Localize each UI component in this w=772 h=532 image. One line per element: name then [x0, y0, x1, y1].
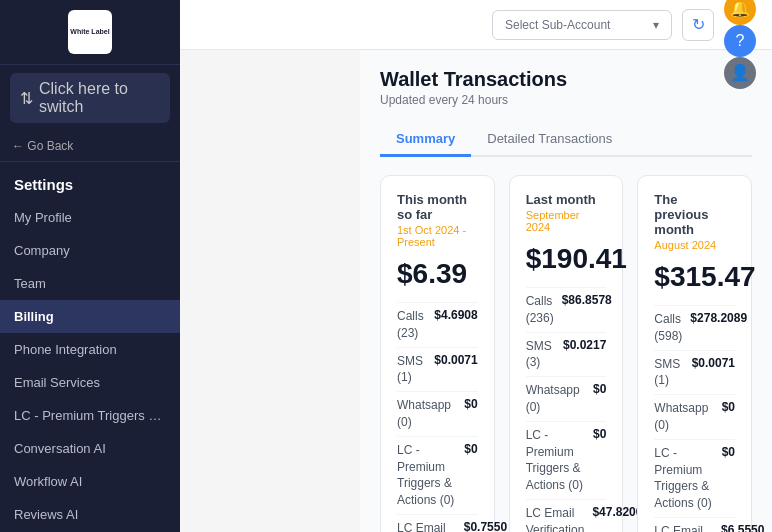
card-last-month: Last monthSeptember 2024$190.41Calls (23…	[509, 175, 624, 532]
line-item: Calls (236)$86.8578	[526, 287, 607, 332]
period-sub-last-month: September 2024	[526, 209, 607, 233]
bell-icon[interactable]: 🔔	[724, 0, 756, 25]
line-item: Whatsapp (0)$0	[654, 394, 735, 439]
card-amount-this-month: $6.39	[397, 258, 478, 290]
line-value: $47.8200	[592, 505, 642, 519]
line-label: SMS (1)	[397, 353, 426, 387]
line-value: $0	[722, 445, 735, 459]
card-amount-previous-month: $315.47	[654, 261, 735, 293]
line-item: LC Email Verification (19128)$47.8200	[526, 499, 607, 532]
line-item: SMS (3)$0.0217	[526, 332, 607, 377]
topbar: Select Sub-Account ▾ ↻ 📣🔔?👤	[360, 0, 772, 50]
period-label-previous-month: The previous month	[654, 192, 735, 237]
sidebar-item-phone-integration[interactable]: Phone Integration	[0, 333, 180, 366]
line-label: Whatsapp (0)	[654, 400, 713, 434]
line-value: $0.7550	[464, 520, 507, 532]
line-label: LC - Premium Triggers & Actions (0)	[397, 442, 456, 509]
line-value: $0.0071	[434, 353, 477, 367]
line-label: SMS (1)	[654, 356, 683, 390]
line-item: LC - Premium Triggers & Actions (0)$0	[654, 439, 735, 517]
line-item: LC - Premium Triggers & Actions (0)$0	[397, 436, 478, 514]
line-value: $0.0217	[563, 338, 606, 352]
header-area: Wallet Transactions Updated every 24 hou…	[380, 68, 752, 107]
line-label: Whatsapp (0)	[397, 397, 456, 431]
line-label: Calls (236)	[526, 293, 554, 327]
logo-text: White Label	[70, 28, 109, 36]
go-back-button[interactable]: ← Go Back	[0, 131, 180, 162]
line-label: LC - Premium Triggers & Actions (0)	[654, 445, 713, 512]
line-value: $0	[464, 397, 477, 411]
line-value: $0	[464, 442, 477, 456]
card-previous-month: The previous monthAugust 2024$315.47Call…	[637, 175, 752, 532]
sub-account-placeholder: Select Sub-Account	[505, 18, 610, 32]
line-item: LC Email Verification (2622)$6.5550	[654, 517, 735, 532]
line-value: $0	[722, 400, 735, 414]
nav-items: My ProfileCompanyTeamBillingPhone Integr…	[0, 201, 180, 532]
line-item: Whatsapp (0)$0	[397, 391, 478, 436]
line-value: $6.5550	[721, 523, 764, 532]
sidebar: White Label ⇅ Click here to switch ← Go …	[0, 0, 180, 532]
line-item: Calls (598)$278.2089	[654, 305, 735, 350]
line-item: LC - Premium Triggers & Actions (0)$0	[526, 421, 607, 499]
refresh-icon: ↻	[692, 15, 705, 34]
refresh-button[interactable]: ↻	[682, 9, 714, 41]
sidebar-item-reviews-ai[interactable]: Reviews AI	[0, 498, 180, 531]
main-content: Select Sub-Account ▾ ↻ 📣🔔?👤 Wallet Trans…	[360, 0, 772, 532]
sub-account-select[interactable]: Select Sub-Account ▾	[492, 10, 672, 40]
sidebar-item-my-profile[interactable]: My Profile	[0, 201, 180, 234]
line-label: Whatsapp (0)	[526, 382, 585, 416]
sidebar-item-billing[interactable]: Billing	[0, 300, 180, 333]
line-value: $0	[593, 427, 606, 441]
chevron-down-icon: ▾	[653, 18, 659, 32]
card-this-month: This month so far1st Oct 2024 - Present$…	[380, 175, 495, 532]
switch-account-button[interactable]: ⇅ Click here to switch	[10, 73, 170, 123]
line-value: $0.0071	[692, 356, 735, 370]
line-item: SMS (1)$0.0071	[397, 347, 478, 392]
line-value: $86.8578	[562, 293, 612, 307]
line-label: SMS (3)	[526, 338, 555, 372]
period-sub-this-month: 1st Oct 2024 - Present	[397, 224, 478, 248]
settings-section-label: Settings	[0, 162, 180, 201]
sidebar-item-team[interactable]: Team	[0, 267, 180, 300]
page-title: Wallet Transactions	[380, 68, 752, 91]
line-item: SMS (1)$0.0071	[654, 350, 735, 395]
tab-summary[interactable]: Summary	[380, 123, 471, 157]
tab-bar: SummaryDetailed Transactions	[380, 123, 752, 157]
line-item: Whatsapp (0)$0	[526, 376, 607, 421]
main-inner: Wallet Transactions Updated every 24 hou…	[360, 50, 772, 532]
sidebar-item-conversation-ai[interactable]: Conversation AI	[0, 432, 180, 465]
card-amount-last-month: $190.41	[526, 243, 607, 275]
line-label: LC Email Verification (19128)	[526, 505, 585, 532]
period-label-last-month: Last month	[526, 192, 607, 207]
sidebar-item-workflow-ai[interactable]: Workflow AI	[0, 465, 180, 498]
line-item: Calls (23)$4.6908	[397, 302, 478, 347]
line-label: LC - Premium Triggers & Actions (0)	[526, 427, 585, 494]
page-subtitle: Updated every 24 hours	[380, 93, 752, 107]
line-value: $0	[593, 382, 606, 396]
line-label: Calls (23)	[397, 308, 426, 342]
switch-label: Click here to switch	[39, 80, 160, 116]
period-label-this-month: This month so far	[397, 192, 478, 222]
sidebar-item-lc-premium[interactable]: LC - Premium Triggers & Ac...	[0, 399, 180, 432]
line-label: LC Email Verification (2622)	[654, 523, 713, 532]
logo-box: White Label	[68, 10, 112, 54]
period-sub-previous-month: August 2024	[654, 239, 735, 251]
sidebar-item-company[interactable]: Company	[0, 234, 180, 267]
cards-row: This month so far1st Oct 2024 - Present$…	[380, 175, 752, 532]
line-item: LC Email Verification (302)$0.7550	[397, 514, 478, 532]
sidebar-item-email-services[interactable]: Email Services	[0, 366, 180, 399]
switch-icon: ⇅	[20, 89, 33, 108]
line-label: Calls (598)	[654, 311, 682, 345]
line-value: $278.2089	[690, 311, 747, 325]
help-icon[interactable]: ?	[724, 25, 756, 57]
tab-detailed[interactable]: Detailed Transactions	[471, 123, 628, 157]
line-label: LC Email Verification (302)	[397, 520, 456, 532]
sidebar-logo: White Label	[0, 0, 180, 65]
go-back-label: ← Go Back	[12, 139, 73, 153]
line-value: $4.6908	[434, 308, 477, 322]
